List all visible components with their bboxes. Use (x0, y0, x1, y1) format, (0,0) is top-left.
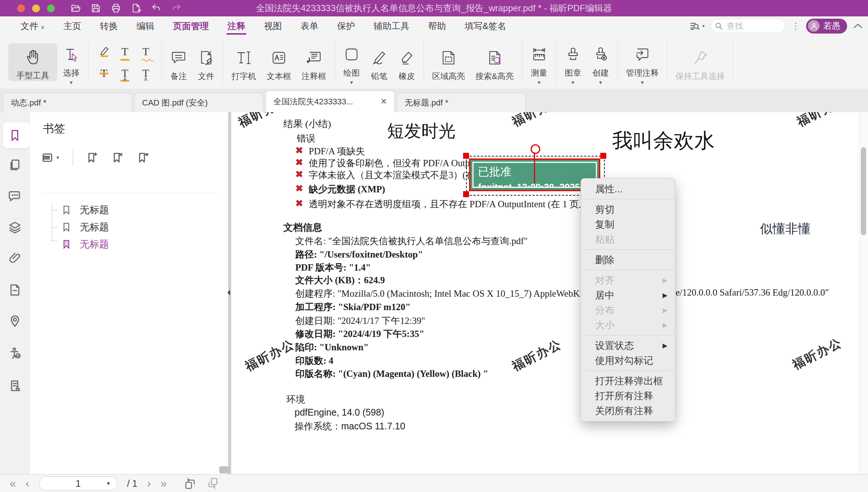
close-tab-icon[interactable]: × (375, 96, 387, 107)
menu-item-center[interactable]: 居中▶ (581, 288, 675, 303)
menu-protect[interactable]: 保护 (328, 16, 364, 35)
tab-cad-pdf[interactable]: CAD 图.pdf (安全) (134, 93, 263, 112)
accessibility-panel-button[interactable] (0, 340, 30, 366)
insert-text-tool-icon[interactable]: T∧ (142, 67, 149, 79)
location-panel-button[interactable] (0, 308, 30, 334)
menu-fill-sign[interactable]: 填写&签名 (455, 16, 516, 35)
next-page-icon[interactable]: › (147, 474, 151, 492)
highlight-tool-icon[interactable] (97, 44, 111, 59)
pencil-button[interactable]: 铅笔 (365, 42, 393, 82)
open-file-icon[interactable] (70, 3, 81, 13)
selection-handle[interactable] (600, 153, 606, 159)
previous-page-icon[interactable]: ‹ (26, 474, 29, 492)
replace-text-tool-icon[interactable]: T∧ (122, 67, 128, 79)
eraser-button[interactable]: 橡皮 (393, 42, 421, 82)
bookmarks-panel-button[interactable] (0, 122, 30, 148)
collapse-panel-handle[interactable] (226, 287, 231, 298)
menu-page-management[interactable]: 页面管理 (164, 16, 218, 35)
bookmark-item-selected[interactable]: 无标题 (61, 237, 109, 252)
last-page-icon[interactable]: » (160, 474, 167, 492)
page-number-input[interactable]: 1 ▼ (39, 476, 117, 491)
selection-handle[interactable] (463, 191, 469, 197)
vertical-scrollbar[interactable] (859, 112, 868, 474)
bookmark-item[interactable]: 无标题 (61, 220, 109, 234)
undo-icon[interactable] (151, 3, 161, 13)
rotation-handle[interactable] (531, 144, 540, 154)
search-input[interactable] (726, 21, 772, 31)
submenu-arrow-icon: ▶ (663, 306, 667, 314)
doc-info-line: 印版名称: "(Cyan) (Magenta) (Yellow) (Black)… (295, 368, 488, 380)
avatar (808, 20, 820, 32)
signature-panel-button[interactable] (0, 373, 30, 399)
select-tool-button[interactable]: 选择 ▼ (57, 39, 85, 85)
previous-view-icon[interactable] (183, 477, 196, 490)
hand-tool-button[interactable]: 手型工具 (8, 43, 57, 81)
horizontal-scrollbar-thumb[interactable] (219, 466, 230, 473)
menu-item-checkmark[interactable]: 使用对勾标记 (581, 353, 675, 368)
menu-home[interactable]: 主页 (54, 16, 91, 35)
menu-edit[interactable]: 编辑 (127, 16, 164, 35)
strikeout-tool-icon[interactable]: T (101, 67, 107, 79)
advanced-search-icon[interactable]: ▾ (689, 20, 705, 32)
area-highlight-button[interactable]: 区域高亮 (427, 42, 470, 82)
bookmark-item[interactable]: 无标题 (61, 202, 109, 217)
redo-icon[interactable] (171, 3, 182, 13)
menu-help[interactable]: 帮助 (419, 16, 455, 35)
first-page-icon[interactable]: « (10, 474, 16, 492)
menu-item-properties[interactable]: 属性... (581, 182, 675, 196)
menu-item-close-all-comments[interactable]: 关闭所有注释 (581, 403, 675, 418)
more-options-icon[interactable]: ⋮ (791, 24, 800, 28)
bookmark-expand-icon[interactable] (136, 151, 149, 164)
typewriter-button[interactable]: 打字机 (226, 42, 261, 82)
manage-comments-button[interactable]: 管理注释 ▼ (621, 39, 664, 85)
doc-info-line: 创建程序: "Mozilla/5.0 (Macintosh; Intel Mac… (295, 287, 625, 300)
search-highlight-button[interactable]: 搜索&高亮 (470, 42, 519, 82)
comments-panel-button[interactable] (0, 183, 30, 209)
pages-panel-button[interactable] (0, 152, 30, 178)
menu-item-open-all-comments[interactable]: 打开所有注释 (581, 388, 675, 403)
underline-tool-icon[interactable]: T (122, 46, 128, 57)
textbox-button[interactable]: 文本框 (261, 42, 296, 82)
selection-handle[interactable] (463, 153, 469, 159)
attachments-panel-button[interactable] (0, 245, 30, 271)
menu-item-delete[interactable]: 删除 (581, 252, 675, 267)
next-view-icon[interactable] (206, 477, 220, 490)
menu-comment[interactable]: 注释 (218, 16, 255, 35)
close-window-button[interactable] (17, 4, 25, 12)
delete-bookmark-icon[interactable] (111, 151, 124, 164)
tab-untitled-pdf[interactable]: 无标题.pdf * (397, 93, 526, 112)
minimize-window-button[interactable] (32, 4, 40, 12)
callout-button[interactable]: 注释框 (296, 42, 331, 82)
tab-active-document[interactable]: 全国法院失4233333... × (265, 91, 394, 112)
collapse-ribbon-icon[interactable] (853, 23, 863, 29)
new-document-icon[interactable] (131, 3, 141, 13)
save-icon[interactable] (91, 3, 101, 13)
file-attachment-button[interactable]: 文件 (192, 42, 220, 82)
zoom-window-button[interactable] (47, 4, 55, 12)
note-comment-button[interactable]: 备注 (165, 42, 192, 82)
squiggly-underline-tool-icon[interactable]: T (142, 46, 149, 57)
add-bookmark-icon[interactable] (86, 151, 98, 164)
menu-item-copy[interactable]: 复制 (581, 217, 675, 232)
error-cross-icon: ✖ (295, 157, 303, 168)
tab-dongtai-pdf[interactable]: 动态.pdf * (3, 93, 132, 112)
user-account-button[interactable]: 若愚 (806, 19, 847, 34)
search-box[interactable] (711, 19, 785, 33)
stamp-button[interactable]: 图章 ▼ (559, 39, 587, 85)
drawing-button[interactable]: 绘图 ▼ (338, 39, 365, 85)
menu-form[interactable]: 表单 (291, 16, 328, 35)
bookmark-list-menu-icon[interactable]: ▼ (41, 151, 60, 164)
menu-accessibility[interactable]: 辅助工具 (364, 16, 419, 35)
layers-panel-button[interactable] (0, 214, 30, 240)
menu-file[interactable]: 文件∨ (11, 16, 54, 35)
menu-view[interactable]: 视图 (255, 16, 291, 35)
vertical-scrollbar-thumb[interactable] (861, 147, 866, 235)
menu-item-cut[interactable]: 剪切 (581, 202, 675, 217)
create-stamp-button[interactable]: 创建 ▼ (587, 39, 614, 85)
destinations-panel-button[interactable] (0, 277, 30, 303)
menu-item-set-status[interactable]: 设置状态▶ (581, 338, 675, 353)
measure-button[interactable]: 测量 ▼ (525, 39, 553, 85)
menu-item-open-popup[interactable]: 打开注释弹出框 (581, 373, 675, 388)
print-icon[interactable] (111, 3, 121, 13)
menu-convert[interactable]: 转换 (91, 16, 127, 35)
